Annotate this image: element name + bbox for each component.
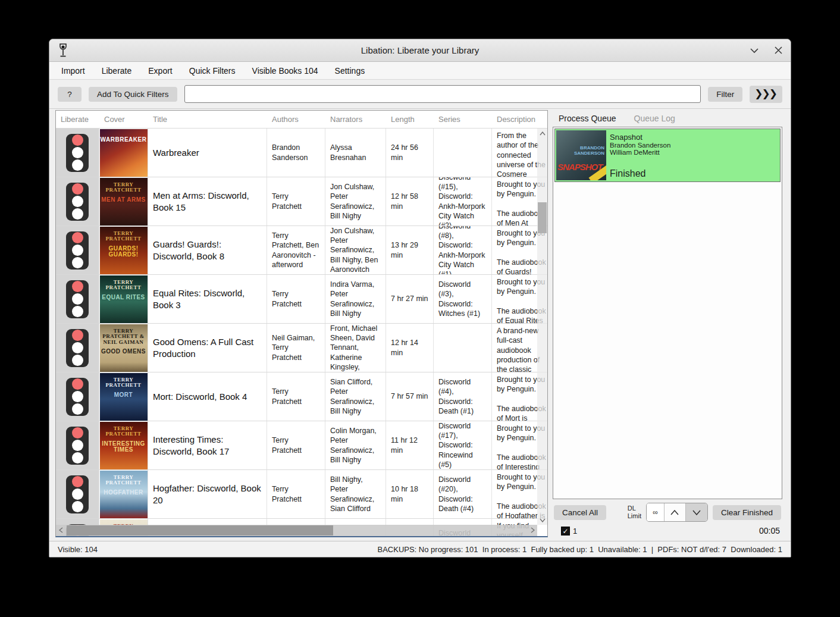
vertical-scroll-track	[537, 138, 547, 515]
tab-process-queue[interactable]: Process Queue	[559, 114, 616, 123]
column-header-narrators[interactable]: Narrators	[325, 111, 386, 128]
liberate-traffic-light-button[interactable]	[66, 231, 89, 270]
vertical-scroll-thumb[interactable]	[538, 202, 547, 233]
book-authors: Brandon Sanderson	[267, 129, 325, 177]
queue-controls: Cancel All DL Limit ∞ Clear Finished	[553, 499, 782, 523]
book-narrators: Indira Varma, Peter Serafinowicz, Bill N…	[325, 275, 386, 323]
scroll-down-icon[interactable]	[537, 515, 547, 525]
liberate-traffic-light-button[interactable]	[66, 378, 89, 416]
book-series: Discworld (#15), Discworld: Ankh-Morpork…	[434, 177, 492, 225]
cover-author-text: TERRY PRATCHETT & NEIL GAIMAN	[100, 328, 148, 345]
liberate-traffic-light-button[interactable]	[66, 183, 89, 221]
cover-author-text: TERRY PRATCHETT	[100, 182, 148, 193]
book-length: 11 hr 12 min	[386, 421, 434, 469]
menu-item-import[interactable]: Import	[53, 64, 93, 78]
liberate-traffic-light-button[interactable]	[66, 329, 89, 367]
help-button[interactable]: ?	[58, 87, 82, 102]
book-cover[interactable]: TERRY PRATCHETTGUARDS! GUARDS!	[100, 227, 148, 274]
book-authors: Neil Gaiman, Terry Pratchett	[267, 324, 325, 372]
visible-count: Visible: 104	[58, 545, 98, 554]
liberate-traffic-light-button[interactable]	[66, 475, 89, 513]
book-cover[interactable]: TERRY PRATCHETT & NEIL GAIMANGOOD OMENS	[100, 324, 148, 372]
book-title: Good Omens: A Full Cast Production	[148, 324, 267, 372]
book-title: Men at Arms: Discworld, Book 15	[148, 177, 267, 225]
title-bar: Libation: Liberate your Library	[49, 39, 791, 62]
book-length: 12 hr 58 min	[386, 177, 434, 225]
book-title: Equal Rites: Discworld, Book 3	[148, 275, 267, 323]
dl-limit-value: ∞	[647, 503, 665, 521]
book-length: 7 hr 27 min	[386, 275, 434, 323]
book-authors: Terry Pratchett	[267, 275, 325, 323]
book-narrators: Sian Clifford, Peter Serafinowicz, Bill …	[325, 372, 386, 421]
close-icon[interactable]	[773, 45, 783, 56]
cover-title-text: EQUAL RITES	[102, 295, 145, 301]
book-title: Mort: Discworld, Book 4	[148, 372, 267, 421]
book-length: 12 hr 14 min	[386, 324, 434, 372]
menu-item-settings[interactable]: Settings	[327, 64, 374, 78]
book-length: 7 hr 57 min	[386, 372, 434, 421]
table-row: TERRY PRATCHETT & NEIL GAIMANGOOD OMENSG…	[56, 324, 547, 372]
menu-item-export[interactable]: Export	[140, 64, 180, 78]
column-header-title[interactable]: Title	[148, 111, 267, 128]
menu-item-liberate[interactable]: Liberate	[93, 64, 140, 78]
expand-chevrons-button[interactable]: ❯❯❯	[750, 86, 782, 103]
column-header-description[interactable]: Description	[492, 111, 547, 128]
queue-item-author: Brandon Sanderson	[610, 142, 779, 149]
vertical-scrollbar[interactable]	[537, 129, 547, 525]
liberate-traffic-light-button[interactable]	[66, 427, 89, 465]
queue-item-finished[interactable]: BRANDON SANDERSON SNAPSHOT Snapshot Bran…	[554, 129, 781, 182]
book-cover[interactable]: TERRY PRATCHETTEQUAL RITES	[100, 275, 148, 323]
menu-item-quick-filters[interactable]: Quick Filters	[181, 64, 244, 78]
backups-summary: BACKUPS: No progress: 101 In process: 1 …	[377, 545, 782, 554]
column-header-length[interactable]: Length	[386, 111, 434, 128]
liberate-traffic-light-button[interactable]	[66, 134, 89, 172]
cover-title-text: GOOD OMENS	[101, 349, 146, 355]
minimize-chevron-icon[interactable]	[749, 45, 760, 56]
horizontal-scrollbar[interactable]	[56, 525, 537, 536]
book-cover[interactable]: TERRY PRATCHETTMORT	[100, 373, 148, 421]
cover-title-text: MORT	[114, 392, 133, 399]
library-table: LiberateCoverTitleAuthorsNarratorsLength…	[55, 110, 548, 537]
table-row: TERRY PRATCHETTGUARDS! GUARDS!Guards! Gu…	[56, 226, 547, 275]
book-cover[interactable]: TERRY PRATCHETTMEN AT ARMS	[100, 178, 148, 225]
liberate-cell	[56, 372, 99, 421]
book-authors: Terry Pratchett	[267, 421, 325, 469]
book-authors: Terry Pratchett	[267, 372, 325, 421]
queue-item-status: Finished	[610, 168, 779, 180]
column-header-authors[interactable]: Authors	[267, 111, 325, 128]
liberate-cell	[56, 129, 99, 177]
cover-title-text: MEN AT ARMS	[101, 197, 146, 203]
scroll-right-icon[interactable]	[528, 527, 537, 535]
table-row: WARBREAKERWarbreakerBrandon SandersonAly…	[56, 129, 547, 177]
column-header-series[interactable]: Series	[434, 111, 492, 128]
queue-item-title: Snapshot	[610, 133, 779, 142]
cover-cell: TERRY PRATCHETTMORT	[99, 372, 148, 421]
scroll-up-icon[interactable]	[537, 129, 547, 138]
status-bar: Visible: 104 BACKUPS: No progress: 101 I…	[49, 541, 791, 557]
scroll-left-icon[interactable]	[56, 527, 65, 535]
book-title: Hogfather: Discworld, Book 20	[148, 470, 267, 518]
book-cover[interactable]: WARBREAKER	[100, 129, 148, 177]
book-authors: Terry Pratchett	[267, 470, 325, 518]
search-input[interactable]	[184, 85, 701, 103]
horizontal-scroll-thumb[interactable]	[67, 525, 333, 535]
menu-item-visible-books-104[interactable]: Visible Books 104	[244, 64, 327, 78]
book-cover[interactable]: TERRY PRATCHETTINTERESTING TIMES	[100, 422, 148, 469]
book-cover[interactable]: TERRY PRATCHETTHOGFATHER	[100, 471, 148, 518]
filter-button[interactable]: Filter	[708, 87, 742, 102]
cover-author-text: TERRY PRATCHETT	[100, 280, 148, 291]
book-narrators: Bill Nighy, Peter Serafinowicz, Sian Cli…	[325, 470, 386, 518]
cancel-all-button[interactable]: Cancel All	[554, 505, 606, 520]
book-series: Discworld (#20), Discworld: Death (#4)	[434, 470, 492, 518]
column-header-liberate[interactable]: Liberate	[56, 111, 99, 128]
tab-queue-log[interactable]: Queue Log	[634, 114, 675, 123]
dl-limit-decrease-button[interactable]	[686, 503, 707, 521]
add-to-quick-filters-button[interactable]: Add To Quick Filters	[89, 87, 177, 102]
queue-count-checkbox[interactable]: ✓	[561, 527, 570, 535]
clear-finished-button[interactable]: Clear Finished	[713, 505, 781, 520]
cover-cell: TERRY PRATCHETTMEN AT ARMS	[99, 177, 148, 225]
column-header-cover[interactable]: Cover	[99, 111, 148, 128]
dl-limit-increase-button[interactable]	[665, 503, 686, 521]
book-series: Discworld (#4), Discworld: Death (#1)	[434, 372, 492, 421]
liberate-traffic-light-button[interactable]	[66, 280, 89, 318]
